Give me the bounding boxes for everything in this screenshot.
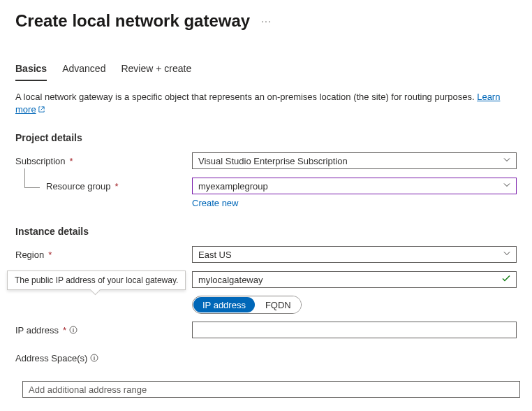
label-resource-group: Resource group* <box>15 181 192 192</box>
label-ip-address: IP address* <box>15 325 192 336</box>
endpoint-option-ip[interactable]: IP address <box>193 297 255 312</box>
ip-address-input[interactable] <box>192 322 517 338</box>
section-project-details: Project details <box>15 132 517 143</box>
tooltip-endpoint: The public IP address of your local gate… <box>7 271 186 290</box>
address-range-input[interactable] <box>22 381 520 398</box>
description: A local network gateway is a specific ob… <box>15 91 517 117</box>
tabs: Basics Advanced Review + create <box>15 59 517 81</box>
region-select[interactable] <box>192 246 517 263</box>
label-address-spaces: Address Space(s) <box>15 353 192 363</box>
label-region: Region* <box>15 250 192 260</box>
svg-rect-5 <box>94 357 95 360</box>
tab-review-create[interactable]: Review + create <box>121 59 191 81</box>
more-actions-icon[interactable]: ··· <box>261 15 272 29</box>
svg-point-1 <box>73 328 73 329</box>
svg-rect-2 <box>73 329 73 332</box>
endpoint-toggle: IP address FQDN <box>192 296 302 314</box>
subscription-select[interactable] <box>192 152 517 169</box>
info-icon[interactable] <box>90 354 98 362</box>
label-subscription: Subscription* <box>15 156 192 166</box>
svg-point-4 <box>94 356 95 356</box>
create-new-link[interactable]: Create new <box>192 198 238 208</box>
description-text: A local network gateway is a specific ob… <box>15 92 477 102</box>
name-input[interactable] <box>192 271 517 288</box>
external-link-icon <box>38 104 45 117</box>
page-title: Create local network gateway <box>15 11 250 31</box>
section-instance-details: Instance details <box>15 226 517 237</box>
tab-advanced[interactable]: Advanced <box>62 59 105 81</box>
endpoint-option-fqdn[interactable]: FQDN <box>256 296 301 313</box>
tab-basics[interactable]: Basics <box>15 59 47 81</box>
info-icon[interactable] <box>69 326 77 334</box>
